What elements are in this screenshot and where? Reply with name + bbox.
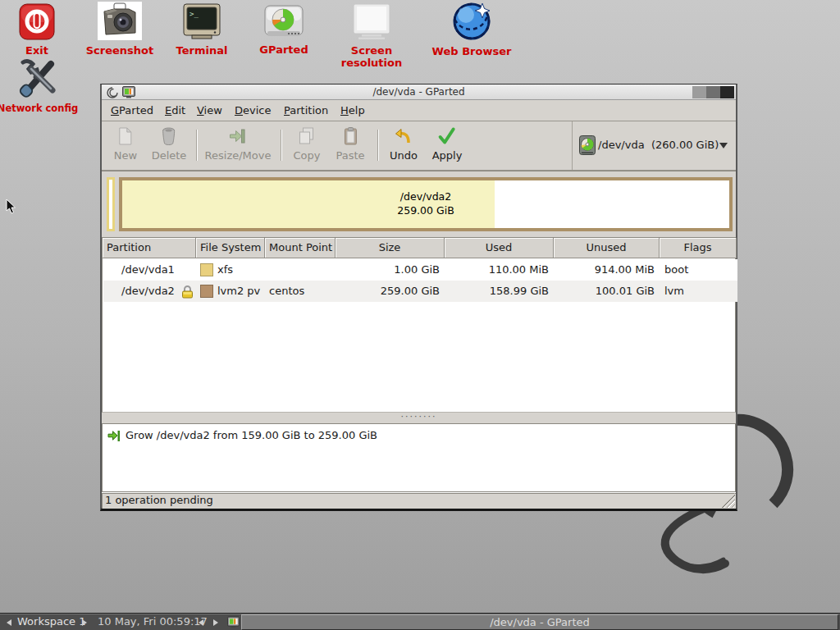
menubar: GParted Edit View Device Partition Help [102,100,736,121]
taskbar-clock: 10 May, Fri 00:59:17 [98,615,208,628]
hard-drive-icon [579,135,596,155]
filesystem-color-swatch [200,285,213,298]
filesystem-color-swatch [200,263,213,276]
cell-unused: 100.01 GiB [555,281,660,302]
lock-icon [181,285,194,299]
toolbar-separator [377,130,378,161]
desktop-icon-web-browser[interactable]: Web Browser [422,2,521,57]
column-header-used[interactable]: Used [445,238,554,258]
desktop-icon-label: GParted [235,43,333,56]
screen-resolution-monitor-icon [350,3,393,40]
paste-button[interactable]: Paste [336,126,364,162]
device-selector-value: /dev/vda (260.00 GiB) [598,139,719,151]
window-titlebar[interactable]: /dev/vda - GParted [102,84,736,100]
column-header-mountpoint[interactable]: Mount Point [265,238,336,258]
workspace-label[interactable]: Workspace 1 [17,615,85,628]
desktop-icon-label: Web Browser [422,45,521,57]
cell-mountpoint: centos [269,281,335,302]
status-bar: 1 operation pending [102,492,736,509]
undo-arrow-icon [394,126,413,146]
task-title: /dev/vda - GParted [490,616,590,628]
pane-splitter-handle[interactable]: ········ [102,413,736,423]
toolbar: New Delete Resize/Move Copy [102,121,736,171]
new-partition-icon [116,126,135,146]
desktop-icon-gparted[interactable]: GParted [235,5,333,56]
column-header-unused[interactable]: Unused [554,238,660,258]
partition-visual-vda2[interactable]: /dev/vda2 259.00 GiB [119,177,733,231]
operation-item: Grow /dev/vda2 from 159.00 GiB to 259.00… [107,428,377,443]
web-browser-globe-icon [451,2,492,41]
partition-table: Partition File System Mount Point Size U… [102,237,736,413]
vda2-visual-label: /dev/vda2 259.00 GiB [122,189,729,217]
window-title: /dev/vda - GParted [102,86,736,98]
grow-operation-icon [107,430,121,442]
table-row-vda1[interactable]: /dev/vda1 xfs 1.00 GiB 110.00 MiB 914.00… [103,259,737,281]
cell-unused: 914.00 MiB [555,259,660,281]
copy-icon [297,126,317,146]
desktop-icon-network-config[interactable]: Network config [0,57,87,114]
apply-check-icon [437,126,457,146]
pending-operations-pane[interactable]: Grow /dev/vda2 from 159.00 GiB to 259.00… [102,423,736,492]
resize-move-button[interactable]: Resize/Move [205,126,272,162]
exit-power-icon [19,3,55,40]
taskbar: Workspace 1 10 May, Fri 00:59:17 /dev/vd… [0,613,840,630]
column-header-flags[interactable]: Flags [660,238,737,258]
status-text: 1 operation pending [105,494,213,506]
menu-gparted[interactable]: GParted [108,103,156,117]
menu-help[interactable]: Help [338,103,368,117]
cell-partition: /dev/vda2 [103,281,181,302]
minimize-button[interactable] [692,86,706,98]
delete-trash-icon [159,126,179,146]
desktop-icon-screen-resolution[interactable]: Screen resolution [322,3,421,69]
cell-filesystem: lvm2 pv [217,281,267,302]
gparted-drive-icon [264,5,304,39]
desktop-icon-label: Screen resolution [322,44,421,69]
network-config-tools-icon [15,57,61,98]
mouse-cursor [6,199,17,215]
delete-button[interactable]: Delete [152,126,187,162]
table-row-vda2[interactable]: /dev/vda2 lvm2 pv centos 259.00 GiB 158.… [103,281,737,302]
cell-used: 158.99 GiB [445,281,555,302]
svg-text:>_: >_ [189,10,199,18]
cell-flags: boot [664,259,737,281]
menu-view[interactable]: View [194,103,225,117]
operation-text: Grow /dev/vda2 from 159.00 GiB to 259.00… [126,429,377,441]
copy-button[interactable]: Copy [294,126,321,162]
gparted-window: /dev/vda - GParted GParted Edit View Dev… [100,84,737,511]
paste-clipboard-icon [340,126,360,146]
partition-visual-panel: /dev/vda2 259.00 GiB [102,171,736,236]
cell-flags: lvm [664,281,737,302]
cell-partition: /dev/vda1 [103,259,197,281]
new-button[interactable]: New [114,126,137,162]
partition-visual-vda1[interactable] [107,177,115,231]
cell-mountpoint [269,259,335,281]
column-header-partition[interactable]: Partition [103,238,196,258]
gparted-task-mini-icon[interactable] [227,616,240,628]
maximize-button[interactable] [706,86,720,98]
undo-button[interactable]: Undo [390,126,418,162]
menu-partition[interactable]: Partition [281,103,331,117]
close-button[interactable] [720,86,734,98]
desktop-icon-label: Network config [0,103,87,114]
device-selector[interactable]: /dev/vda (260.00 GiB) [572,121,736,170]
window-resize-grip[interactable] [720,493,735,508]
apply-button[interactable]: Apply [432,126,463,162]
chevron-down-icon [719,143,728,148]
cell-size: 259.00 GiB [336,281,445,302]
column-header-filesystem[interactable]: File System [196,238,265,258]
menu-device[interactable]: Device [232,103,273,117]
task-prev-arrow-icon[interactable] [199,619,203,626]
column-header-size[interactable]: Size [336,238,445,258]
workspace-prev-arrow-icon[interactable] [7,619,11,626]
task-next-arrow-icon[interactable] [213,619,218,626]
terminal-crt-icon: >_ [181,3,222,40]
toolbar-separator [196,130,197,161]
cell-size: 1.00 GiB [336,259,445,281]
resize-move-icon [228,126,248,146]
workspace-next-arrow-icon[interactable] [82,619,87,626]
cell-filesystem: xfs [217,259,267,281]
menu-edit[interactable]: Edit [162,103,188,117]
taskbar-task-gparted[interactable]: /dev/vda - GParted [241,614,838,630]
toolbar-separator [281,130,281,161]
camera-icon [98,2,142,40]
